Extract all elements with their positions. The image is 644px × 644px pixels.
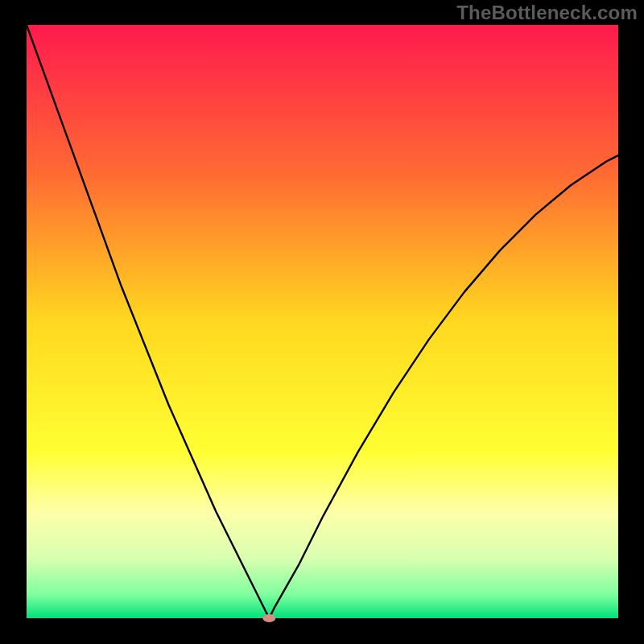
chart-svg: [0, 0, 644, 644]
svg-point-1: [262, 614, 275, 622]
chart-frame: TheBottleneck.com: [0, 0, 644, 644]
svg-rect-0: [27, 25, 618, 618]
